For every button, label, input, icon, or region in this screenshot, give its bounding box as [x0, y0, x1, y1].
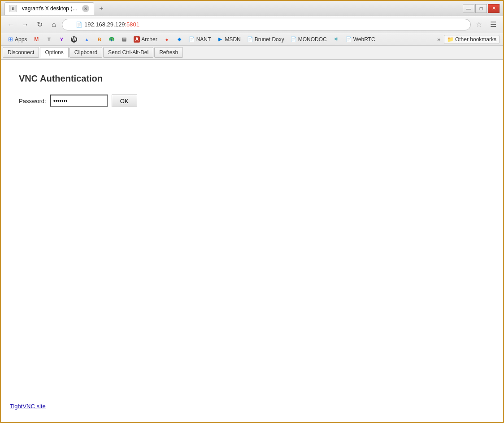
refresh-button[interactable]: Refresh	[154, 47, 183, 58]
close-button[interactable]: ✕	[488, 4, 500, 13]
bookmark-apps[interactable]: ⊞ Apps	[4, 35, 30, 43]
brunet-doxy-icon: 📄	[247, 36, 253, 43]
active-tab[interactable]: 🖥 vagrant's X desktop (prec ✕	[4, 2, 94, 15]
more-bookmarks-icon: »	[437, 36, 440, 43]
page-content: VNC Authentication Password: OK TightVNC…	[1, 60, 503, 422]
bookmark-apps-label: Apps	[15, 36, 27, 43]
nbc-icon: 🦚	[109, 36, 115, 43]
bookmark-docs[interactable]: ▤	[118, 35, 130, 43]
bookmark-brunet-doxy[interactable]: 📄 Brunet Doxy	[244, 35, 287, 43]
maximize-button[interactable]: □	[475, 4, 487, 13]
back-button[interactable]: ←	[4, 18, 17, 31]
titlebar: 🖥 vagrant's X desktop (prec ✕ + — □ ✕	[1, 1, 503, 16]
bookmark-webrtc[interactable]: 📄 WebRTC	[343, 35, 378, 43]
bookmarks-bar: ⊞ Apps M T Y W ▲ B 🦚 ▤ A Archer	[1, 33, 503, 46]
bookmark-gmail[interactable]: M	[30, 35, 42, 43]
page-footer: TightVNC site	[10, 399, 494, 413]
ok-button[interactable]: OK	[112, 95, 137, 107]
address-text: 192.168.29.129:5801	[84, 21, 139, 28]
bookmark-msdn[interactable]: ▶ MSDN	[214, 35, 243, 43]
apps-icon: ⊞	[7, 36, 13, 43]
new-tab-button[interactable]: +	[96, 3, 107, 14]
navbar: ← → ↻ ⌂ 📄 192.168.29.129:5801 ☆ ☰	[1, 16, 503, 33]
bookmark-blogger[interactable]: B	[93, 35, 105, 43]
misc2-icon: ❋	[333, 36, 339, 43]
minimize-button[interactable]: —	[463, 4, 474, 13]
tab-title: vagrant's X desktop (prec	[22, 5, 79, 12]
dropbox-icon: ◆	[176, 36, 182, 43]
archer-icon: A	[134, 36, 140, 43]
home-button[interactable]: ⌂	[48, 18, 60, 31]
bookmark-misc2[interactable]: ❋	[330, 35, 342, 43]
disconnect-button[interactable]: Disconnect	[3, 47, 39, 58]
bookmark-star-button[interactable]: ☆	[473, 18, 485, 31]
nant-icon: 📄	[189, 36, 195, 43]
password-input[interactable]	[50, 95, 108, 107]
tab-close-button[interactable]: ✕	[82, 5, 89, 12]
nytimes-icon: T	[46, 36, 52, 43]
monodoc-icon: 📄	[291, 36, 297, 43]
send-ctrl-alt-del-button[interactable]: Send Ctrl-Alt-Del	[103, 47, 153, 58]
wikipedia-icon: W	[71, 36, 77, 43]
browser-window: 🖥 vagrant's X desktop (prec ✕ + — □ ✕ ← …	[0, 0, 504, 423]
bookmark-wikipedia[interactable]: W	[68, 35, 80, 43]
vnc-auth-form: Password: OK	[19, 95, 485, 107]
more-bookmarks-button[interactable]: »	[434, 35, 443, 43]
other-bookmarks-button[interactable]: 📁 Other bookmarks	[444, 35, 500, 44]
webrtc-icon: 📄	[346, 36, 352, 43]
bookmark-nant-label: NANT	[196, 36, 211, 43]
tightvnc-link[interactable]: TightVNC site	[10, 403, 46, 410]
password-label: Password:	[19, 98, 46, 104]
vnc-auth-title: VNC Authentication	[19, 73, 485, 84]
address-lock-icon: 📄	[76, 22, 83, 28]
bookmark-webrtc-label: WebRTC	[353, 36, 375, 43]
vnc-auth-container: VNC Authentication Password: OK	[10, 69, 494, 112]
bookmark-msdn-label: MSDN	[225, 36, 240, 43]
vnc-toolbar: Disconnect Options Clipboard Send Ctrl-A…	[1, 46, 503, 60]
options-button[interactable]: Options	[40, 47, 68, 58]
bookmark-misc1[interactable]: ●	[161, 35, 173, 43]
bookmark-brunet-doxy-label: Brunet Doxy	[255, 36, 284, 43]
tab-favicon: 🖥	[9, 5, 17, 12]
bookmark-archer-label: Archer	[141, 36, 157, 43]
docs-icon: ▤	[121, 36, 127, 43]
folder-icon: 📁	[447, 36, 454, 43]
bookmark-monodoc[interactable]: 📄 MONODOC	[288, 35, 330, 43]
tab-bar: 🖥 vagrant's X desktop (prec ✕ +	[4, 2, 463, 15]
clipboard-button[interactable]: Clipboard	[70, 47, 102, 58]
address-host: 192.168.29.129	[84, 21, 125, 28]
bookmark-monodoc-label: MONODOC	[298, 36, 327, 43]
gmail-icon: M	[33, 36, 39, 43]
google-drive-icon: ▲	[83, 36, 90, 43]
bookmark-nant[interactable]: 📄 NANT	[186, 35, 214, 43]
msdn-icon: ▶	[217, 36, 223, 43]
bookmark-dropbox[interactable]: ◆	[174, 35, 185, 43]
bookmark-yahoo[interactable]: Y	[56, 35, 67, 43]
forward-button[interactable]: →	[19, 18, 31, 31]
bookmark-archer[interactable]: A Archer	[131, 35, 160, 43]
blogger-icon: B	[96, 36, 102, 43]
svg-text:🖥: 🖥	[11, 7, 15, 11]
address-bar-inner: 📄 192.168.29.129:5801	[76, 21, 466, 28]
chrome-menu-button[interactable]: ☰	[487, 18, 500, 31]
window-controls: — □ ✕	[463, 4, 500, 13]
address-port: :5801	[125, 21, 139, 28]
reload-button[interactable]: ↻	[33, 18, 46, 31]
misc1-icon: ●	[164, 36, 170, 43]
bookmark-nytimes[interactable]: T	[43, 35, 55, 43]
bookmark-nbc[interactable]: 🦚	[106, 35, 117, 43]
address-bar[interactable]: 📄 192.168.29.129:5801	[62, 19, 471, 30]
yahoo-icon: Y	[58, 36, 65, 43]
bookmark-google-drive[interactable]: ▲	[81, 35, 92, 43]
other-bookmarks-label: Other bookmarks	[455, 36, 496, 43]
